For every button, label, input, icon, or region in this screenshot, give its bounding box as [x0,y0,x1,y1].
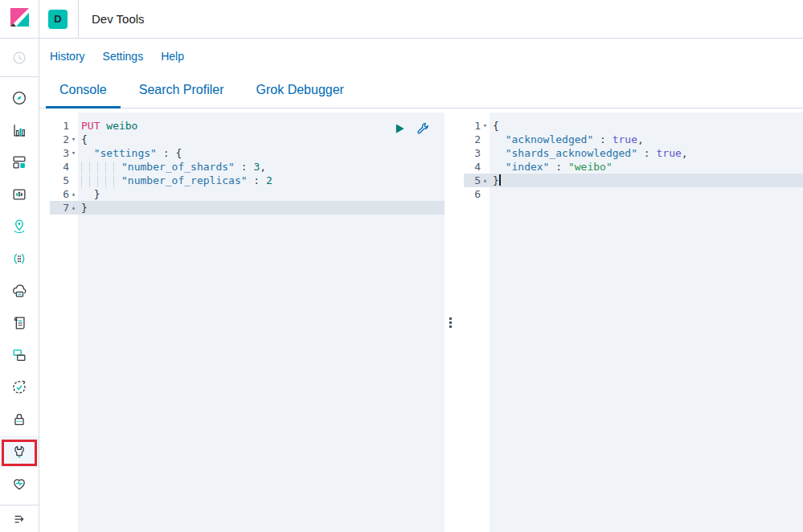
tab-console[interactable]: Console [46,74,121,108]
spanner-icon [416,125,429,137]
code-line: 7▴} [50,201,445,215]
sidebar-item-siem[interactable] [0,403,39,436]
console-menu: HistorySettingsHelp [39,39,803,74]
line-number: 4 [50,160,69,174]
tab-search-profiler[interactable]: Search Profiler [125,74,238,108]
code-line: 4"number_of_shards" : 3, [50,160,445,174]
code-text: "index" : "weibo" [490,160,612,174]
indent-guide [105,175,113,187]
panel-resizer[interactable] [445,113,464,532]
code-text: "number_of_replicas" : 2 [78,174,272,187]
line-number: 6 [50,187,69,201]
indent-guide [113,162,121,174]
play-icon [394,125,406,137]
request-editor[interactable]: 1PUT weibo2▾{3▾ "settings" : {4"number_o… [50,113,445,532]
code-text: } [78,187,100,201]
line-number: 3 [50,146,69,160]
line-number: 1 [464,119,481,133]
menu-link-settings[interactable]: Settings [103,50,144,63]
sidebar-item-stack-monitoring[interactable] [0,468,39,500]
code-line: 5"number_of_replicas" : 2 [50,174,445,187]
cloud-metrics-icon [10,282,28,300]
indent-guide [105,162,113,174]
indent-guide [89,175,97,187]
sidebar-item-infrastructure[interactable] [0,275,39,307]
code-text: { [78,133,88,146]
send-request-button[interactable] [394,121,406,135]
dashboard-icon [10,153,28,171]
sidebar-item-machine-learning[interactable] [0,243,39,275]
sidebar-item-visualize[interactable] [0,114,39,146]
code-text [490,187,493,201]
fold-toggle-icon[interactable]: ▴ [69,187,78,201]
code-line: 2 "acknowledged" : true, [464,133,803,146]
wrench-icon [10,443,28,460]
kibana-logo-icon [10,7,30,31]
fold-spacer [69,174,78,187]
kibana-logo[interactable] [0,0,39,38]
code-text: "settings" : { [78,146,182,160]
code-text: "number_of_shards" : 3, [78,160,266,174]
code-line: 5▴} [464,174,803,187]
tabs-bar: ConsoleSearch ProfilerGrok Debugger [39,74,803,108]
canvas-icon [10,186,28,203]
request-actions [394,121,429,135]
app-badge: D [48,10,68,29]
sidebar-item-uptime[interactable] [0,371,39,403]
menu-link-help[interactable]: Help [161,50,184,63]
code-text: "shards_acknowledged" : true, [490,146,688,160]
indent-guide [89,162,97,174]
code-text: { [490,119,499,133]
line-number: 1 [50,119,69,133]
code-text: } [78,201,88,215]
code-text: "acknowledged" : true, [490,133,644,146]
line-number: 5 [50,174,69,187]
indent-guide [81,175,89,187]
resize-handle-icon[interactable] [449,317,452,320]
line-number: 7 [50,201,69,215]
sidebar-item-dev-tools[interactable] [0,436,39,468]
sidebar-item-collapse-navigation[interactable] [0,505,39,532]
menu-link-history[interactable]: History [50,50,85,63]
fold-spacer [481,187,490,201]
response-editor[interactable]: 1▾{2 "acknowledged" : true,3 "shards_ack… [464,113,803,532]
line-number: 6 [464,187,481,201]
kibana-dev-tools-app: D Dev Tools HistorySettingsHelp ConsoleS… [0,0,803,532]
fold-toggle-icon[interactable]: ▾ [69,146,78,160]
clock-icon [10,49,28,67]
lock-icon [10,411,28,428]
code-line: 3▾ "settings" : { [50,146,445,160]
header-bar: D Dev Tools [0,0,803,39]
editor-lines: 1PUT weibo2▾{3▾ "settings" : {4"number_o… [50,113,445,215]
fold-toggle-icon[interactable]: ▾ [481,119,490,133]
sidebar-item-logs[interactable] [0,307,39,339]
ml-icon [10,250,28,268]
sidebar-item-recently-viewed[interactable] [0,39,39,77]
code-line: 2▾{ [50,133,445,146]
tab-grok-debugger[interactable]: Grok Debugger [243,74,358,108]
editor-lines: 1▾{2 "acknowledged" : true,3 "shards_ack… [464,113,803,201]
uptime-check-icon [10,379,28,396]
fold-spacer [481,160,490,174]
fold-spacer [69,160,78,174]
sidebar-item-canvas[interactable] [0,178,39,211]
sidebar-item-maps[interactable] [0,211,39,243]
page-title: Dev Tools [92,12,145,26]
collapse-arrow-icon [11,511,27,527]
logs-icon [10,314,28,332]
compass-icon [10,89,28,107]
fold-toggle-icon[interactable]: ▾ [69,133,78,146]
sidebar-item-dashboard[interactable] [0,146,39,178]
code-line: 6 [464,187,803,201]
apm-icon [10,346,28,364]
fold-toggle-icon[interactable]: ▴ [69,201,78,215]
sidebar-item-apm[interactable] [0,339,39,371]
bar-chart-icon [10,121,28,139]
line-number: 5 [464,174,481,187]
fold-toggle-icon[interactable]: ▴ [481,174,490,187]
indent-guide [97,162,105,174]
line-number: 2 [464,133,481,146]
sidebar-item-discover[interactable] [0,82,39,114]
console-split-view: 1PUT weibo2▾{3▾ "settings" : {4"number_o… [50,113,803,532]
request-options-button[interactable] [416,121,429,135]
